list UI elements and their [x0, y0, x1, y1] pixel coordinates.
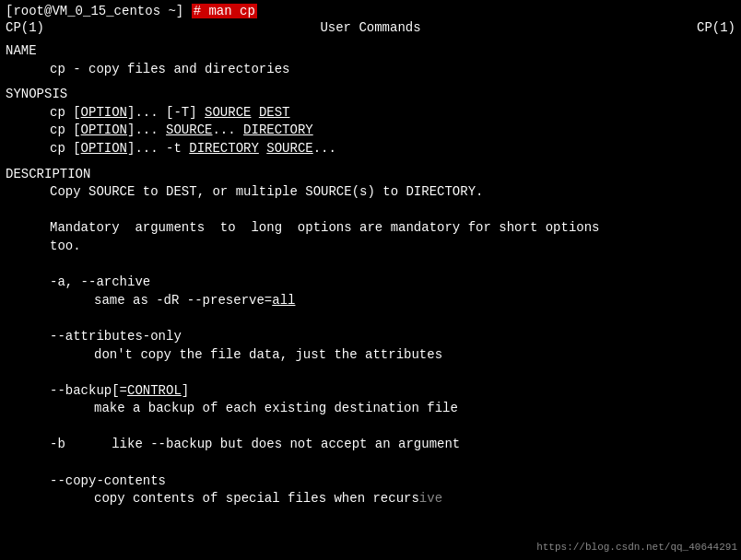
synopsis-line-1: cp [OPTION]... [-T] SOURCE DEST — [6, 104, 735, 122]
description-blank-2 — [6, 256, 735, 274]
option-attrs-title: --attributes-only — [6, 328, 735, 346]
man-header: CP(1) User Commands CP(1) — [6, 20, 735, 35]
header-right: CP(1) — [697, 20, 735, 35]
synopsis-section: SYNOPSIS cp [OPTION]... [-T] SOURCE DEST… — [6, 86, 735, 158]
description-blank-5 — [6, 418, 735, 437]
option-attrs-desc: don't copy the file data, just the attri… — [6, 346, 735, 365]
description-line-2: Mandatory arguments to long options are … — [6, 219, 735, 238]
description-blank-1 — [6, 202, 735, 220]
synopsis-title: SYNOPSIS — [6, 86, 735, 104]
synopsis-line-3: cp [OPTION]... -t DIRECTORY SOURCE... — [6, 140, 735, 158]
title-bar: [root@VM_0_15_centos ~] # man cp — [6, 4, 735, 18]
description-title: DESCRIPTION — [6, 166, 735, 184]
header-center: User Commands — [320, 20, 420, 35]
synopsis-line-2: cp [OPTION]... SOURCE... DIRECTORY — [6, 122, 735, 140]
option-copy-desc: copy contents of special files when recu… — [6, 490, 735, 508]
name-title: NAME — [6, 42, 735, 61]
description-line-3: too. — [6, 238, 735, 256]
option-a-title: -a, --archive — [6, 274, 735, 292]
name-content: cp - copy files and directories — [6, 61, 735, 79]
terminal-window: [root@VM_0_15_centos ~] # man cp CP(1) U… — [0, 0, 741, 560]
shell-prompt: [root@VM_0_15_centos ~] — [6, 4, 183, 18]
description-section: DESCRIPTION Copy SOURCE to DEST, or mult… — [6, 166, 735, 508]
description-blank-6 — [6, 454, 735, 472]
option-copy-title: --copy-contents — [6, 472, 735, 491]
option-backup-desc: make a backup of each existing destinati… — [6, 400, 735, 418]
description-blank-4 — [6, 364, 735, 382]
description-blank-3 — [6, 309, 735, 328]
option-backup-title: --backup[=CONTROL] — [6, 382, 735, 401]
option-b-title: -b like --backup but does not accept an … — [6, 436, 735, 454]
description-line-1: Copy SOURCE to DEST, or multiple SOURCE(… — [6, 183, 735, 202]
command-highlight: # man cp — [192, 4, 257, 18]
watermark: https://blog.csdn.net/qq_40644291 — [536, 542, 737, 553]
name-section: NAME cp - copy files and directories — [6, 42, 735, 78]
command-text — [183, 4, 191, 18]
header-left: CP(1) — [6, 20, 44, 35]
option-a-desc: same as -dR --preserve=all — [6, 292, 735, 310]
